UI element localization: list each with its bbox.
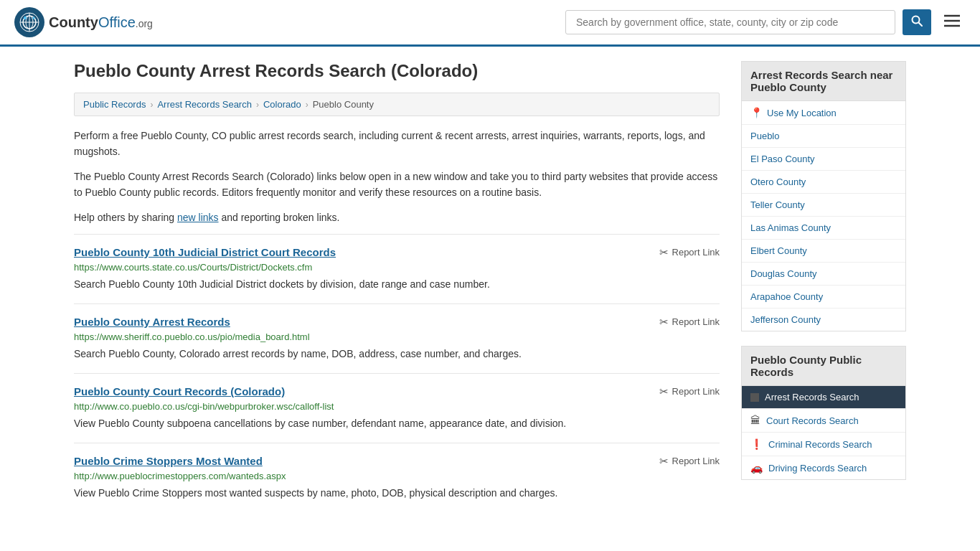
- result-card-1: Pueblo County Arrest Records ✂ Report Li…: [74, 303, 720, 373]
- result-desc-3: View Pueblo Crime Stoppers most wanted s…: [74, 486, 720, 501]
- sidebar-nearby-list: 📍 Use My Location PuebloEl Paso CountyOt…: [741, 101, 906, 331]
- pr-link-1[interactable]: Court Records Search: [766, 415, 859, 426]
- logo-brand: County: [49, 14, 98, 30]
- sidebar-nearby-item-1: El Paso County: [742, 148, 905, 171]
- logo-icon: [14, 7, 44, 37]
- header: CountyOffice.org: [0, 0, 980, 47]
- sidebar-pr-item-0[interactable]: Arrest Records Search: [742, 386, 905, 409]
- result-card-0: Pueblo County 10th Judicial District Cou…: [74, 234, 720, 303]
- result-title-0[interactable]: Pueblo County 10th Judicial District Cou…: [74, 246, 336, 258]
- pr-link-2[interactable]: Criminal Records Search: [768, 439, 872, 450]
- sidebar-pr-item-3[interactable]: 🚗Driving Records Search: [742, 456, 905, 479]
- main-wrapper: Pueblo County Arrest Records Search (Col…: [60, 47, 920, 527]
- page-title: Pueblo County Arrest Records Search (Col…: [74, 61, 720, 81]
- sidebar-public-records-title: Pueblo County Public Records: [741, 346, 906, 386]
- result-card-2: Pueblo County Court Records (Colorado) ✂…: [74, 373, 720, 443]
- search-area: [565, 9, 966, 35]
- result-url-3: http://www.pueblocrimestoppers.com/wante…: [74, 471, 720, 481]
- bc-sep-1: ›: [150, 100, 153, 110]
- breadcrumb-link-colorado[interactable]: Colorado: [263, 99, 301, 110]
- report-link-btn-2[interactable]: ✂ Report Link: [659, 385, 720, 398]
- sidebar-nearby-item-4: Las Animas County: [742, 217, 905, 240]
- svg-point-6: [33, 17, 35, 19]
- result-title-2[interactable]: Pueblo County Court Records (Colorado): [74, 385, 285, 397]
- svg-line-8: [919, 23, 923, 27]
- svg-point-5: [24, 17, 27, 19]
- sidebar: Arrest Records Search near Pueblo County…: [741, 61, 906, 512]
- sidebar-pr-item-2[interactable]: ❗Criminal Records Search: [742, 433, 905, 456]
- report-link-label-0: Report Link: [672, 247, 720, 258]
- sidebar-public-records-list: Arrest Records Search🏛Court Records Sear…: [741, 386, 906, 480]
- sidebar-pr-item-1[interactable]: 🏛Court Records Search: [742, 409, 905, 433]
- report-icon-1: ✂: [659, 316, 669, 329]
- sidebar-nearby-links: PuebloEl Paso CountyOtero CountyTeller C…: [742, 125, 905, 331]
- result-header-2: Pueblo County Court Records (Colorado) ✂…: [74, 385, 720, 398]
- pr-icon-2: ❗: [750, 438, 763, 450]
- pr-icon-3: 🚗: [750, 462, 763, 474]
- result-url-2: http://www.co.pueblo.co.us/cgi-bin/webpu…: [74, 401, 720, 412]
- breadcrumb-link-public-records[interactable]: Public Records: [83, 99, 146, 110]
- menu-button[interactable]: [938, 10, 966, 34]
- sidebar-nearby-link-7[interactable]: Arapahoe County: [750, 291, 823, 302]
- sidebar-nearby-item-7: Arapahoe County: [742, 286, 905, 309]
- sidebar-nearby-link-3[interactable]: Teller County: [750, 199, 805, 210]
- report-link-label-2: Report Link: [672, 386, 720, 397]
- sidebar-nearby-item-0: Pueblo: [742, 125, 905, 148]
- report-icon-0: ✂: [659, 246, 669, 259]
- report-icon-2: ✂: [659, 385, 669, 398]
- desc-para3-suffix: and reporting broken links.: [219, 212, 340, 223]
- desc-para-2: The Pueblo County Arrest Records Search …: [74, 169, 720, 201]
- sidebar-nearby-link-6[interactable]: Douglas County: [750, 268, 817, 279]
- bc-sep-2: ›: [256, 100, 259, 110]
- result-title-1[interactable]: Pueblo County Arrest Records: [74, 316, 230, 328]
- sidebar-pr-links: Arrest Records Search🏛Court Records Sear…: [742, 386, 905, 479]
- result-desc-1: Search Pueblo County, Colorado arrest re…: [74, 347, 720, 362]
- location-pin-icon: 📍: [750, 107, 763, 118]
- report-link-label-3: Report Link: [672, 456, 720, 466]
- logo-area: CountyOffice.org: [14, 7, 153, 37]
- sidebar-public-records-section: Pueblo County Public Records Arrest Reco…: [741, 346, 906, 480]
- sidebar-nearby-item-2: Otero County: [742, 171, 905, 194]
- pr-link-3[interactable]: Driving Records Search: [768, 463, 867, 474]
- logo-org: .org: [136, 18, 153, 29]
- result-desc-0: Search Pueblo County 10th Judicial Distr…: [74, 277, 720, 292]
- breadcrumb: Public Records › Arrest Records Search ›…: [74, 93, 720, 116]
- search-input[interactable]: [565, 10, 895, 34]
- sidebar-nearby-item-6: Douglas County: [742, 263, 905, 286]
- breadcrumb-current: Pueblo County: [313, 99, 374, 110]
- sidebar-use-my-location[interactable]: 📍 Use My Location: [742, 101, 905, 125]
- sidebar-nearby-item-8: Jefferson County: [742, 309, 905, 331]
- result-desc-2: View Pueblo County subpoena cancellation…: [74, 416, 720, 431]
- bc-sep-3: ›: [306, 100, 308, 110]
- sidebar-nearby-link-0[interactable]: Pueblo: [750, 131, 779, 141]
- sidebar-nearby-item-5: Elbert County: [742, 240, 905, 263]
- active-indicator-0: [750, 393, 759, 402]
- result-url-1: https://www.sheriff.co.pueblo.co.us/pio/…: [74, 331, 720, 342]
- report-link-btn-3[interactable]: ✂ Report Link: [659, 455, 720, 468]
- desc-para-1: Perform a free Pueblo County, CO public …: [74, 128, 720, 160]
- breadcrumb-link-arrest-records[interactable]: Arrest Records Search: [157, 99, 252, 110]
- logo-office: Office: [98, 14, 136, 30]
- new-links-link[interactable]: new links: [177, 212, 219, 223]
- report-link-btn-1[interactable]: ✂ Report Link: [659, 316, 720, 329]
- pr-icon-1: 🏛: [750, 415, 760, 426]
- sidebar-nearby-link-1[interactable]: El Paso County: [750, 154, 815, 164]
- sidebar-nearby-title: Arrest Records Search near Pueblo County: [741, 61, 906, 101]
- report-icon-3: ✂: [659, 455, 669, 468]
- desc-para3-prefix: Help others by sharing: [74, 212, 177, 223]
- result-url-0: https://www.courts.state.co.us/Courts/Di…: [74, 262, 720, 273]
- content-area: Pueblo County Arrest Records Search (Col…: [74, 61, 720, 512]
- search-button[interactable]: [903, 9, 931, 35]
- logo-text: CountyOffice.org: [49, 14, 153, 31]
- result-title-3[interactable]: Pueblo Crime Stoppers Most Wanted: [74, 455, 263, 467]
- sidebar-nearby-item-3: Teller County: [742, 194, 905, 217]
- report-link-label-1: Report Link: [672, 316, 720, 327]
- sidebar-nearby-link-2[interactable]: Otero County: [750, 176, 806, 187]
- sidebar-nearby-section: Arrest Records Search near Pueblo County…: [741, 61, 906, 331]
- use-my-location-link[interactable]: Use My Location: [767, 108, 837, 118]
- result-header-0: Pueblo County 10th Judicial District Cou…: [74, 246, 720, 259]
- report-link-btn-0[interactable]: ✂ Report Link: [659, 246, 720, 259]
- sidebar-nearby-link-4[interactable]: Las Animas County: [750, 222, 831, 233]
- sidebar-nearby-link-5[interactable]: Elbert County: [750, 245, 807, 256]
- sidebar-nearby-link-8[interactable]: Jefferson County: [750, 314, 821, 325]
